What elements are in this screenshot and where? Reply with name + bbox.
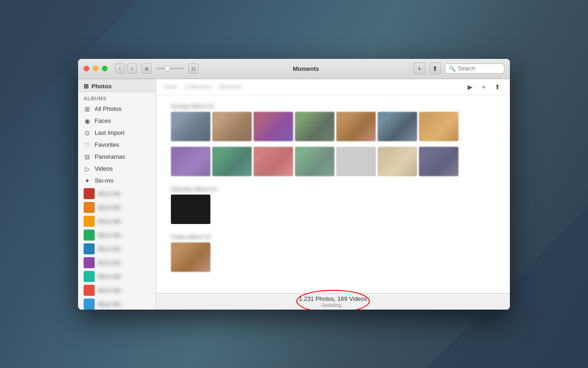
chevron-left-icon: ‹ (119, 65, 121, 72)
album-item-2[interactable]: Album title (78, 201, 156, 214)
section-date-3: Friday, March 13 (171, 234, 495, 240)
panoramas-icon: ⊟ (84, 153, 91, 161)
album-thumb-3 (84, 216, 95, 227)
photo-grid-3 (171, 242, 495, 272)
photo-grid-1b (171, 147, 495, 176)
breadcrumb-collections[interactable]: Collections (185, 84, 212, 90)
album-item-1[interactable]: Album title (78, 187, 156, 201)
videos-icon: ▷ (84, 165, 91, 172)
sidebar-item-slo-mo[interactable]: ✦ Slo-mo (78, 175, 156, 187)
toolbar-right: + ⬆ 🔍 (413, 63, 504, 75)
photos-scroll: Sunday, March 15 (156, 95, 510, 293)
list-view-button[interactable]: ⊡ (188, 63, 198, 74)
update-status: Updating... (299, 302, 368, 308)
view-controls: ⊞ ⊡ (141, 63, 198, 74)
photos-count: 1.231 Photos, 169 Videos (299, 295, 368, 302)
photo-section-3: Friday, March 13 (164, 230, 503, 272)
photo-3-1[interactable] (171, 242, 210, 272)
content-topbar: Years Collections Moments ▶ + ⬆ (156, 79, 510, 95)
maximize-button[interactable] (102, 66, 107, 71)
album-thumb-4 (84, 230, 95, 241)
album-item-6[interactable]: Album title (78, 256, 156, 270)
album-thumb-2 (84, 202, 95, 213)
photo-2-1[interactable] (171, 195, 210, 224)
album-thumb-6 (84, 257, 95, 268)
slo-mo-label: Slo-mo (95, 177, 150, 184)
status-content: 1.231 Photos, 169 Videos Updating... (299, 295, 368, 308)
album-label-3: Album title (97, 218, 121, 224)
album-label-2: Album title (97, 205, 121, 210)
sidebar-item-videos[interactable]: ▷ Videos (78, 163, 156, 175)
album-item-4[interactable]: Album title (78, 228, 156, 242)
photo-1-6[interactable] (378, 112, 417, 141)
photo-1-3[interactable] (254, 112, 293, 141)
favorites-icon: ♡ (84, 141, 91, 149)
content-actions: ▶ + ⬆ (465, 82, 503, 92)
list-icon: ⊡ (192, 66, 195, 71)
search-input[interactable] (458, 65, 500, 72)
photo-1-4[interactable] (295, 112, 334, 141)
album-label-7: Album title (97, 274, 121, 279)
sidebar-item-all-photos[interactable]: ⊞ All Photos (78, 103, 156, 115)
window-title: Moments (198, 65, 413, 72)
albums-section-title: Albums (78, 92, 156, 103)
photo-1-8[interactable] (171, 147, 210, 176)
photo-1-5[interactable] (336, 112, 376, 141)
album-label-5: Album title (97, 246, 121, 252)
all-photos-icon: ⊞ (84, 105, 91, 113)
share-button[interactable]: ⬆ (429, 63, 441, 75)
photo-1-9[interactable] (212, 147, 252, 176)
sidebar-item-last-import[interactable]: ⊙ Last Import (78, 127, 156, 139)
photos-icon: ⊞ (84, 83, 89, 90)
album-label-1: Album title (97, 191, 121, 196)
sidebar-header-label: Photos (91, 83, 112, 90)
photo-1-10[interactable] (254, 147, 293, 176)
sidebar-item-faces[interactable]: ◉ Faces (78, 115, 156, 127)
add-button[interactable]: + (413, 63, 425, 75)
close-button[interactable] (84, 66, 89, 71)
slo-mo-icon: ✦ (84, 177, 91, 184)
sidebar-header: ⊞ Photos (78, 79, 156, 92)
zoom-slider-thumb[interactable] (164, 66, 170, 71)
back-button[interactable]: ‹ (115, 63, 125, 74)
photo-1-13[interactable] (378, 147, 417, 176)
play-button[interactable]: ▶ (465, 82, 475, 92)
statusbar: 1.231 Photos, 169 Videos Updating... (156, 293, 510, 310)
content-share-button[interactable]: ⬆ (492, 82, 503, 92)
breadcrumb-moments[interactable]: Moments (219, 84, 242, 90)
last-import-label: Last Import (95, 129, 150, 136)
photo-1-7[interactable] (419, 112, 458, 141)
minimize-button[interactable] (93, 66, 98, 71)
grid-view-button[interactable]: ⊞ (141, 63, 152, 74)
photo-1-11[interactable] (295, 147, 334, 176)
photo-1-2[interactable] (212, 112, 252, 141)
app-window: ‹ › ⊞ ⊡ Moments + ⬆ 🔍 (78, 59, 510, 310)
zoom-slider-track (156, 68, 184, 69)
breadcrumb: Years Collections Moments (164, 84, 242, 90)
photo-1-12[interactable] (336, 147, 376, 176)
photo-grid-1 (171, 112, 495, 141)
search-icon: 🔍 (449, 65, 456, 72)
breadcrumb-years[interactable]: Years (164, 84, 177, 90)
photo-grid-2 (171, 195, 495, 224)
search-box[interactable]: 🔍 (445, 63, 504, 74)
album-item-7[interactable]: Album title (78, 270, 156, 283)
traffic-lights (84, 66, 107, 71)
last-import-icon: ⊙ (84, 129, 91, 137)
album-item-5[interactable]: Album title (78, 242, 156, 256)
photo-section-2: Saturday, March 14 (164, 182, 503, 224)
sidebar-item-panoramas[interactable]: ⊟ Panoramas (78, 151, 156, 163)
album-thumb-1 (84, 188, 95, 199)
sidebar-item-favorites[interactable]: ♡ Favorites (78, 139, 156, 151)
nav-buttons: ‹ › (115, 63, 137, 74)
album-item-8[interactable]: Album title (78, 283, 156, 297)
album-item-3[interactable]: Album title (78, 214, 156, 228)
content-area: Years Collections Moments ▶ + ⬆ Sunday, … (156, 79, 510, 310)
photo-1-1[interactable] (171, 112, 210, 141)
forward-button[interactable]: › (127, 63, 137, 74)
album-item-9[interactable]: Album title (78, 297, 156, 310)
photo-1-14[interactable] (419, 147, 458, 176)
faces-icon: ◉ (84, 117, 91, 125)
titlebar: ‹ › ⊞ ⊡ Moments + ⬆ 🔍 (78, 59, 510, 79)
content-add-button[interactable]: + (479, 82, 489, 92)
